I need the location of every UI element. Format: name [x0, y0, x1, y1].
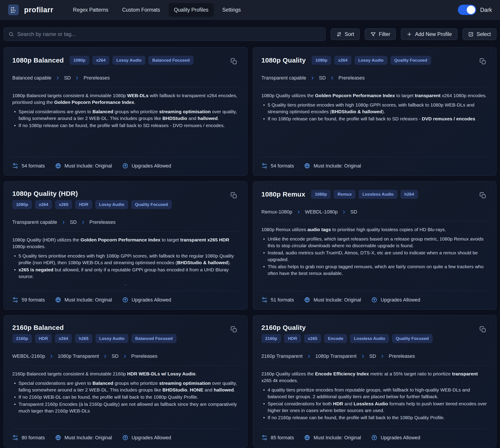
- breadcrumb-item: 2160p Transparent: [261, 353, 303, 359]
- copy-icon: [480, 326, 486, 333]
- breadcrumb-item: 1080p Transparent: [315, 353, 357, 359]
- tag: Lossy Audio: [112, 56, 145, 65]
- nav-item-custom-formats[interactable]: Custom Formats: [117, 3, 166, 17]
- tag: x264: [334, 56, 351, 65]
- nav-item-quality-profiles[interactable]: Quality Profiles: [169, 3, 214, 17]
- copy-profile-button[interactable]: [230, 192, 237, 199]
- chevron-right-icon: [310, 76, 315, 80]
- breadcrumb: Transparent capableSDPrereleases: [12, 219, 239, 225]
- sort-button[interactable]: Sort: [331, 28, 360, 40]
- upgrades-stat: Upgrades Allowed: [122, 297, 171, 303]
- globe-icon: [304, 297, 310, 303]
- brand-name: profilarr: [24, 6, 53, 14]
- breadcrumb-item: Balanced capable: [12, 75, 51, 81]
- profile-title: 2160p Balanced: [12, 324, 64, 331]
- formats-icon: [261, 163, 268, 169]
- profile-title: 1080p Remux: [261, 191, 305, 198]
- tag: HDR: [75, 200, 92, 209]
- profile-description: 1080p Remux utilizes audio tags to prior…: [261, 226, 488, 233]
- upgrades-text: Upgrades Allowed: [132, 435, 171, 441]
- must-include-text: Must Include: Original: [314, 435, 361, 441]
- add-new-profile-label: Add New Profile: [415, 31, 452, 37]
- upgrades-stat: Upgrades Allowed: [371, 435, 420, 441]
- upgrades-text: Upgrades Allowed: [381, 297, 420, 303]
- bullet-item: If no 1080p release can be found, the pr…: [12, 122, 239, 129]
- breadcrumb: WEBDL-2160p1080p TransparentSDPrerelease…: [12, 353, 239, 359]
- profile-description: 2160p Quality utilizes the Encode Effici…: [261, 370, 488, 384]
- formats-stat: 51 formats: [261, 297, 294, 303]
- bullet-item: Unlike the encode profiles, which target…: [261, 236, 488, 249]
- profile-card[interactable]: 1080p Remux 1080pRemuxLossless Audioh264…: [253, 181, 497, 310]
- chevron-right-icon: [123, 354, 127, 358]
- tag: Remux: [334, 190, 355, 199]
- chevron-right-icon: [307, 354, 311, 358]
- select-button[interactable]: Select: [463, 28, 496, 40]
- bullet-item: 5 Quality tiers prioritise encodes with …: [12, 253, 239, 266]
- formats-icon: [12, 163, 18, 169]
- formats-stat: 85 formats: [261, 435, 294, 441]
- divider: [12, 231, 239, 232]
- tag: HDR: [284, 334, 301, 343]
- profile-card[interactable]: 1080p Quality 1080px264Lossy AudioQualit…: [253, 47, 497, 176]
- profile-title: 1080p Quality (HDR): [12, 190, 78, 197]
- copy-profile-button[interactable]: [479, 326, 486, 333]
- breadcrumb-item: Prereleases: [389, 353, 415, 359]
- breadcrumb-item: SD: [350, 209, 357, 215]
- card-header: 1080p Balanced 1080px264Lossy AudioBalan…: [12, 56, 239, 65]
- dark-mode-toggle[interactable]: [458, 5, 476, 15]
- tag: Lossless Audio: [350, 334, 389, 343]
- tag: 1080p: [311, 190, 331, 199]
- tag-list: 1080px264x265HDRLossy AudioQuality Focus…: [12, 200, 172, 209]
- chevron-right-icon: [297, 210, 301, 214]
- upgrades-stat: Upgrades Allowed: [122, 435, 171, 441]
- copy-profile-button[interactable]: [230, 326, 237, 333]
- profile-bullets: 5 Quality tiers prioritise encodes with …: [261, 102, 488, 123]
- bullet-item: Special considerations are given to Bala…: [12, 380, 239, 393]
- tag: Lossy Audio: [95, 200, 128, 209]
- divider: [261, 87, 488, 87]
- profile-card[interactable]: 2160p Balanced 2160pHDRx264h265Lossy Aud…: [4, 315, 247, 448]
- card-header: 1080p Quality 1080px264Lossy AudioQualit…: [261, 56, 488, 65]
- profile-bullets: Special considerations are given to Bala…: [12, 380, 239, 415]
- copy-icon: [230, 58, 237, 65]
- must-include-text: Must Include: Original: [64, 163, 112, 169]
- profile-card[interactable]: 2160p Quality 2160pHDRx265EncodeLossless…: [253, 315, 497, 448]
- tag: 1080p: [70, 56, 89, 65]
- profile-grid: 1080p Balanced 1080px264Lossy AudioBalan…: [4, 47, 496, 448]
- breadcrumb: Transparent capableSDPrereleases: [261, 75, 488, 81]
- nav-item-regex-patterns[interactable]: Regex Patterns: [68, 3, 114, 17]
- profile-note: ..: [12, 281, 239, 286]
- profile-card[interactable]: 1080p Balanced 1080px264Lossy AudioBalan…: [4, 47, 247, 176]
- tag: h265: [75, 334, 92, 343]
- tag: Lossy Audio: [95, 334, 128, 343]
- breadcrumb-item: Prereleases: [83, 75, 109, 81]
- must-include-stat: Must Include: Original: [304, 297, 361, 303]
- copy-profile-button[interactable]: [479, 192, 486, 199]
- card-header: 1080p Quality (HDR) 1080px264x265HDRLoss…: [12, 190, 239, 209]
- filter-button[interactable]: Filter: [365, 28, 396, 40]
- select-checkbox-icon: [468, 32, 474, 37]
- nav-item-settings[interactable]: Settings: [217, 3, 246, 17]
- tag: 1080p: [312, 56, 331, 65]
- upgrades-stat: Upgrades Allowed: [122, 163, 171, 169]
- search-input[interactable]: [4, 28, 326, 41]
- globe-icon: [304, 435, 310, 441]
- breadcrumb: Remux-1080pWEBDL-1080pSD: [261, 209, 488, 215]
- brand[interactable]: profilarr: [8, 4, 53, 15]
- select-label: Select: [477, 31, 491, 37]
- theme-toggle-group: Dark: [458, 5, 492, 15]
- profile-bullets: Special considerations are given to Bala…: [12, 108, 239, 129]
- sort-icon: [336, 32, 342, 37]
- tag: h264: [400, 190, 418, 199]
- upgrade-arrow-icon: [122, 435, 128, 441]
- chevron-right-icon: [61, 220, 66, 224]
- copy-profile-button[interactable]: [230, 58, 237, 65]
- breadcrumb-item: Remux-1080p: [261, 209, 292, 215]
- search-icon: [8, 32, 14, 37]
- copy-profile-button[interactable]: [479, 58, 486, 65]
- copy-icon: [230, 326, 237, 333]
- profile-title: 2160p Quality: [261, 324, 306, 331]
- tag: x264: [35, 200, 52, 209]
- add-new-profile-button[interactable]: Add New Profile: [401, 28, 457, 40]
- profile-card[interactable]: 1080p Quality (HDR) 1080px264x265HDRLoss…: [4, 181, 247, 310]
